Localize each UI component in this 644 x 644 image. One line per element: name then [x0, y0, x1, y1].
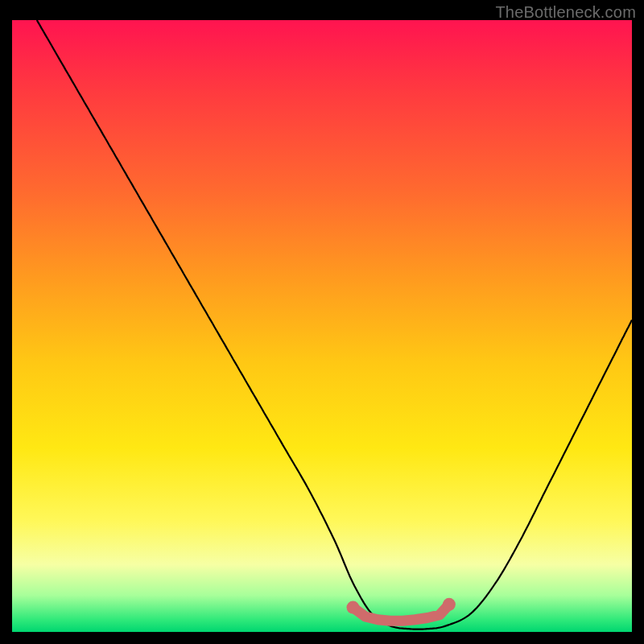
bottleneck-curve — [37, 20, 632, 630]
watermark-text: TheBottleneck.com — [495, 3, 636, 22]
chart-frame: TheBottleneck.com — [0, 0, 644, 644]
highlight-end-dot — [443, 598, 456, 611]
highlight-start-dot — [347, 601, 360, 614]
plot-area — [12, 20, 632, 632]
curve-layer — [12, 20, 632, 632]
